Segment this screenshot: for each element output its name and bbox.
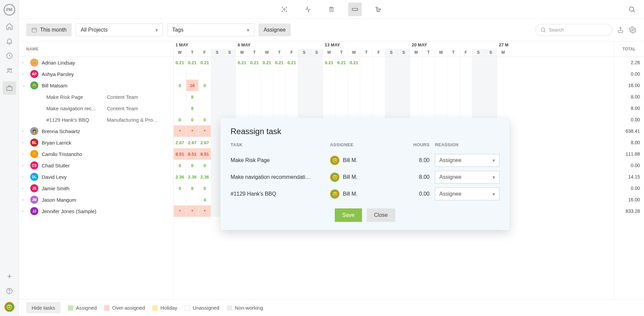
date-range-button[interactable]: This month [26,24,72,36]
data-cell[interactable]: 0 [186,183,198,194]
chevron-right-icon[interactable]: › [22,163,27,168]
data-cell[interactable]: 8 [186,103,198,114]
data-cell[interactable]: 0.21 [335,57,348,68]
data-cell[interactable] [410,80,422,91]
data-cell[interactable] [348,91,360,103]
data-cell[interactable]: 0.21 [323,57,335,68]
chevron-right-icon[interactable]: › [22,140,27,145]
data-cell[interactable] [435,103,447,114]
data-cell[interactable] [472,91,484,103]
data-cell[interactable] [360,57,372,68]
person-row[interactable]: ›BLBryan Larrick [19,137,173,148]
data-cell[interactable] [447,103,459,114]
data-cell[interactable]: 2.36 [186,171,198,183]
data-cell[interactable] [348,80,360,91]
data-cell[interactable] [260,68,273,80]
data-cell[interactable]: 2.67 [173,137,186,148]
data-cell[interactable]: 2.36 [173,171,186,183]
data-cell[interactable] [223,103,236,114]
data-cell[interactable] [335,91,348,103]
data-cell[interactable] [360,103,372,114]
person-row[interactable]: ⌄😀Bill Malsam [19,80,173,91]
data-cell[interactable] [223,91,236,103]
data-cell[interactable] [310,80,323,91]
reassign-select[interactable]: Assignee▾ [435,188,499,200]
save-button[interactable]: Save [335,208,362,222]
chevron-right-icon[interactable]: › [22,186,27,191]
data-cell[interactable] [223,57,236,68]
data-cell[interactable] [198,68,211,80]
data-cell[interactable]: 0 [173,183,186,194]
data-cell[interactable] [273,91,285,103]
data-cell[interactable] [410,68,422,80]
chevron-right-icon[interactable]: › [22,209,27,213]
data-cell[interactable]: 8.51 [186,148,198,160]
data-cell[interactable] [236,103,248,114]
data-cell[interactable] [310,91,323,103]
data-cell[interactable]: 8.51 [198,148,211,160]
data-cell[interactable] [273,103,285,114]
data-cell[interactable] [298,68,310,80]
data-cell[interactable]: 0.21 [186,57,198,68]
chevron-right-icon[interactable]: › [22,60,27,65]
data-cell[interactable] [298,91,310,103]
help-icon[interactable] [5,287,13,295]
data-cell[interactable] [410,103,422,114]
task-row[interactable]: Make Risk PageContent Team [19,91,173,103]
data-cell[interactable] [335,103,348,114]
data-cell[interactable] [285,80,298,91]
data-cell[interactable]: 8 [186,91,198,103]
data-cell[interactable]: 0.21 [348,57,360,68]
data-cell[interactable]: 0.21 [198,57,211,68]
data-cell[interactable] [372,103,385,114]
data-cell[interactable] [459,91,472,103]
activity-icon[interactable] [301,3,315,16]
data-cell[interactable] [335,68,348,80]
data-cell[interactable] [385,57,397,68]
bell-icon[interactable] [5,37,13,45]
data-cell[interactable] [323,68,335,80]
data-cell[interactable] [198,103,211,114]
data-cell[interactable] [397,91,410,103]
close-button[interactable]: Close [367,208,395,222]
data-cell[interactable]: 4 [198,194,211,205]
data-cell[interactable] [372,91,385,103]
data-cell[interactable] [484,57,497,68]
data-cell[interactable] [459,57,472,68]
clipboard-icon[interactable] [325,3,338,16]
data-cell[interactable] [236,68,248,80]
data-cell[interactable] [323,91,335,103]
data-cell[interactable] [310,68,323,80]
data-cell[interactable] [186,194,198,205]
data-cell[interactable] [360,68,372,80]
data-cell[interactable] [447,80,459,91]
tags-select[interactable]: Tags ▾ [167,24,254,36]
data-cell[interactable] [422,57,435,68]
data-cell[interactable] [422,80,435,91]
data-cell[interactable]: 16 [186,80,198,91]
hide-tasks-button[interactable]: Hide tasks [26,302,61,313]
data-cell[interactable] [385,68,397,80]
settings-icon[interactable] [629,26,637,34]
data-cell[interactable] [397,57,410,68]
search-input[interactable]: Search [535,24,612,36]
data-cell[interactable]: * [198,205,211,217]
task-row[interactable]: #1129 Hank's BBQManufacturing & Pro… [19,114,173,125]
data-cell[interactable] [323,103,335,114]
projects-select[interactable]: All Projects ▾ [76,24,163,36]
flow-icon[interactable] [372,3,385,16]
data-cell[interactable] [360,80,372,91]
person-row[interactable]: ›JMJason Mangum [19,194,173,205]
data-cell[interactable]: 2.67 [198,137,211,148]
person-row[interactable]: ›😊Camilo Tristancho [19,148,173,160]
data-cell[interactable] [472,57,484,68]
data-cell[interactable] [484,103,497,114]
data-cell[interactable] [472,68,484,80]
data-cell[interactable]: 0 [186,160,198,171]
data-cell[interactable]: 0.21 [248,57,260,68]
scan-icon[interactable] [278,3,291,16]
person-row[interactable]: ›👩Brenna Schwartz [19,125,173,137]
plus-icon[interactable] [5,272,13,280]
data-cell[interactable] [248,91,260,103]
data-cell[interactable] [447,68,459,80]
